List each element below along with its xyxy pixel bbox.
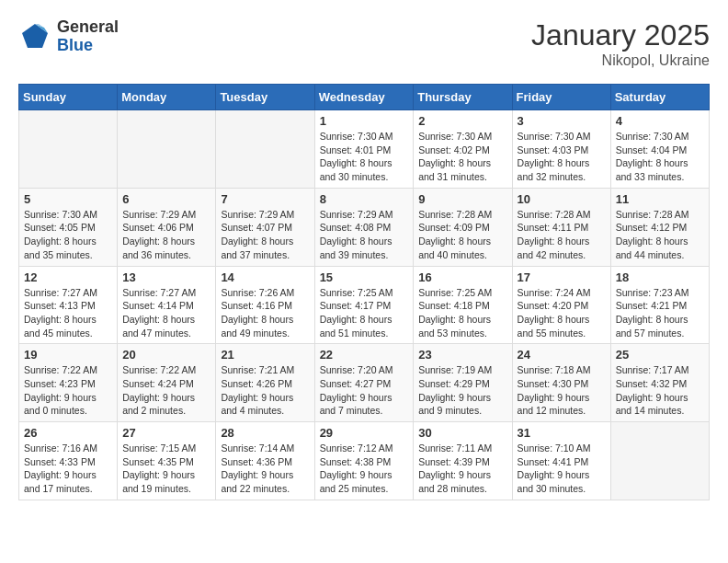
day-number: 28 [221, 426, 309, 440]
weekday-header-friday: Friday [512, 85, 610, 110]
calendar-cell: 16Sunrise: 7:25 AM Sunset: 4:18 PM Dayli… [414, 266, 512, 344]
calendar-week-row: 19Sunrise: 7:22 AM Sunset: 4:23 PM Dayli… [19, 344, 710, 422]
calendar-cell: 20Sunrise: 7:22 AM Sunset: 4:24 PM Dayli… [118, 344, 216, 422]
day-number: 21 [221, 348, 309, 362]
day-number: 11 [616, 192, 704, 206]
calendar-cell [19, 110, 118, 189]
day-number: 4 [616, 114, 704, 128]
calendar-week-row: 5Sunrise: 7:30 AM Sunset: 4:05 PM Daylig… [19, 188, 710, 266]
day-number: 12 [24, 270, 112, 284]
day-number: 7 [221, 192, 309, 206]
day-number: 17 [518, 270, 606, 284]
calendar-cell: 7Sunrise: 7:29 AM Sunset: 4:07 PM Daylig… [216, 188, 314, 266]
day-number: 16 [418, 270, 506, 284]
day-number: 26 [24, 426, 112, 440]
calendar-cell [216, 110, 314, 189]
calendar-cell: 21Sunrise: 7:21 AM Sunset: 4:26 PM Dayli… [216, 344, 314, 422]
calendar-week-row: 12Sunrise: 7:27 AM Sunset: 4:13 PM Dayli… [19, 266, 710, 344]
day-info: Sunrise: 7:10 AM Sunset: 4:41 PM Dayligh… [518, 442, 606, 496]
day-info: Sunrise: 7:19 AM Sunset: 4:29 PM Dayligh… [418, 363, 506, 418]
day-number: 10 [518, 192, 606, 206]
calendar-cell: 31Sunrise: 7:10 AM Sunset: 4:41 PM Dayli… [512, 422, 610, 500]
calendar-cell [610, 422, 709, 500]
day-number: 22 [320, 348, 409, 362]
calendar-subtitle: Nikopol, Ukraine [531, 52, 710, 69]
calendar-cell: 29Sunrise: 7:12 AM Sunset: 4:38 PM Dayli… [314, 422, 414, 500]
calendar-cell: 3Sunrise: 7:30 AM Sunset: 4:03 PM Daylig… [512, 110, 610, 189]
day-number: 20 [122, 348, 210, 362]
weekday-header-sunday: Sunday [19, 85, 118, 110]
day-info: Sunrise: 7:30 AM Sunset: 4:01 PM Dayligh… [320, 130, 409, 184]
calendar-table: SundayMondayTuesdayWednesdayThursdayFrid… [18, 84, 710, 500]
day-number: 8 [320, 192, 409, 206]
day-info: Sunrise: 7:23 AM Sunset: 4:21 PM Dayligh… [616, 286, 704, 340]
calendar-cell: 26Sunrise: 7:16 AM Sunset: 4:33 PM Dayli… [19, 422, 118, 500]
logo-general: General [57, 18, 119, 37]
day-number: 30 [418, 426, 506, 440]
day-info: Sunrise: 7:27 AM Sunset: 4:14 PM Dayligh… [122, 286, 210, 340]
calendar-title: January 2025 [531, 18, 710, 52]
day-info: Sunrise: 7:29 AM Sunset: 4:06 PM Dayligh… [122, 208, 210, 262]
day-info: Sunrise: 7:30 AM Sunset: 4:03 PM Dayligh… [518, 130, 606, 184]
day-info: Sunrise: 7:30 AM Sunset: 4:05 PM Dayligh… [24, 208, 112, 262]
calendar-cell: 8Sunrise: 7:29 AM Sunset: 4:08 PM Daylig… [314, 188, 414, 266]
day-info: Sunrise: 7:27 AM Sunset: 4:13 PM Dayligh… [24, 286, 112, 340]
logo: General Blue [18, 18, 119, 55]
logo-blue: Blue [57, 37, 119, 55]
weekday-header-saturday: Saturday [610, 85, 709, 110]
weekday-header-thursday: Thursday [414, 85, 512, 110]
day-number: 27 [122, 426, 210, 440]
day-number: 23 [418, 348, 506, 362]
weekday-header-wednesday: Wednesday [314, 85, 414, 110]
calendar-cell: 4Sunrise: 7:30 AM Sunset: 4:04 PM Daylig… [610, 110, 709, 189]
day-info: Sunrise: 7:28 AM Sunset: 4:11 PM Dayligh… [518, 208, 606, 262]
day-info: Sunrise: 7:25 AM Sunset: 4:17 PM Dayligh… [320, 286, 409, 340]
day-info: Sunrise: 7:29 AM Sunset: 4:07 PM Dayligh… [221, 208, 309, 262]
day-info: Sunrise: 7:26 AM Sunset: 4:16 PM Dayligh… [221, 286, 309, 340]
calendar-cell: 11Sunrise: 7:28 AM Sunset: 4:12 PM Dayli… [610, 188, 709, 266]
day-number: 6 [122, 192, 210, 206]
calendar-cell: 25Sunrise: 7:17 AM Sunset: 4:32 PM Dayli… [610, 344, 709, 422]
day-info: Sunrise: 7:17 AM Sunset: 4:32 PM Dayligh… [616, 363, 704, 418]
day-number: 9 [418, 192, 506, 206]
day-info: Sunrise: 7:15 AM Sunset: 4:35 PM Dayligh… [122, 442, 210, 496]
day-info: Sunrise: 7:18 AM Sunset: 4:30 PM Dayligh… [518, 363, 606, 418]
calendar-cell: 27Sunrise: 7:15 AM Sunset: 4:35 PM Dayli… [118, 422, 216, 500]
day-number: 13 [122, 270, 210, 284]
day-number: 5 [24, 192, 112, 206]
day-info: Sunrise: 7:16 AM Sunset: 4:33 PM Dayligh… [24, 442, 112, 496]
calendar-cell: 19Sunrise: 7:22 AM Sunset: 4:23 PM Dayli… [19, 344, 118, 422]
day-info: Sunrise: 7:30 AM Sunset: 4:04 PM Dayligh… [616, 130, 704, 184]
day-number: 24 [518, 348, 606, 362]
day-number: 25 [616, 348, 704, 362]
day-info: Sunrise: 7:22 AM Sunset: 4:24 PM Dayligh… [122, 363, 210, 418]
day-number: 31 [518, 426, 606, 440]
day-number: 19 [24, 348, 112, 362]
day-info: Sunrise: 7:28 AM Sunset: 4:12 PM Dayligh… [616, 208, 704, 262]
day-info: Sunrise: 7:29 AM Sunset: 4:08 PM Dayligh… [320, 208, 409, 262]
weekday-header-row: SundayMondayTuesdayWednesdayThursdayFrid… [19, 85, 710, 110]
calendar-cell: 9Sunrise: 7:28 AM Sunset: 4:09 PM Daylig… [414, 188, 512, 266]
day-number: 3 [518, 114, 606, 128]
weekday-header-monday: Monday [118, 85, 216, 110]
calendar-cell: 17Sunrise: 7:24 AM Sunset: 4:20 PM Dayli… [512, 266, 610, 344]
calendar-cell: 13Sunrise: 7:27 AM Sunset: 4:14 PM Dayli… [118, 266, 216, 344]
calendar-cell: 12Sunrise: 7:27 AM Sunset: 4:13 PM Dayli… [19, 266, 118, 344]
day-info: Sunrise: 7:30 AM Sunset: 4:02 PM Dayligh… [418, 130, 506, 184]
weekday-header-tuesday: Tuesday [216, 85, 314, 110]
day-number: 1 [320, 114, 409, 128]
calendar-cell: 23Sunrise: 7:19 AM Sunset: 4:29 PM Dayli… [414, 344, 512, 422]
calendar-cell: 30Sunrise: 7:11 AM Sunset: 4:39 PM Dayli… [414, 422, 512, 500]
day-number: 18 [616, 270, 704, 284]
title-block: January 2025 Nikopol, Ukraine [531, 18, 710, 69]
logo-text: General Blue [57, 18, 119, 55]
day-info: Sunrise: 7:28 AM Sunset: 4:09 PM Dayligh… [418, 208, 506, 262]
day-info: Sunrise: 7:22 AM Sunset: 4:23 PM Dayligh… [24, 363, 112, 418]
day-number: 14 [221, 270, 309, 284]
calendar-cell: 28Sunrise: 7:14 AM Sunset: 4:36 PM Dayli… [216, 422, 314, 500]
calendar-cell: 2Sunrise: 7:30 AM Sunset: 4:02 PM Daylig… [414, 110, 512, 189]
day-info: Sunrise: 7:12 AM Sunset: 4:38 PM Dayligh… [320, 442, 409, 496]
day-info: Sunrise: 7:11 AM Sunset: 4:39 PM Dayligh… [418, 442, 506, 496]
calendar-cell: 14Sunrise: 7:26 AM Sunset: 4:16 PM Dayli… [216, 266, 314, 344]
day-info: Sunrise: 7:14 AM Sunset: 4:36 PM Dayligh… [221, 442, 309, 496]
